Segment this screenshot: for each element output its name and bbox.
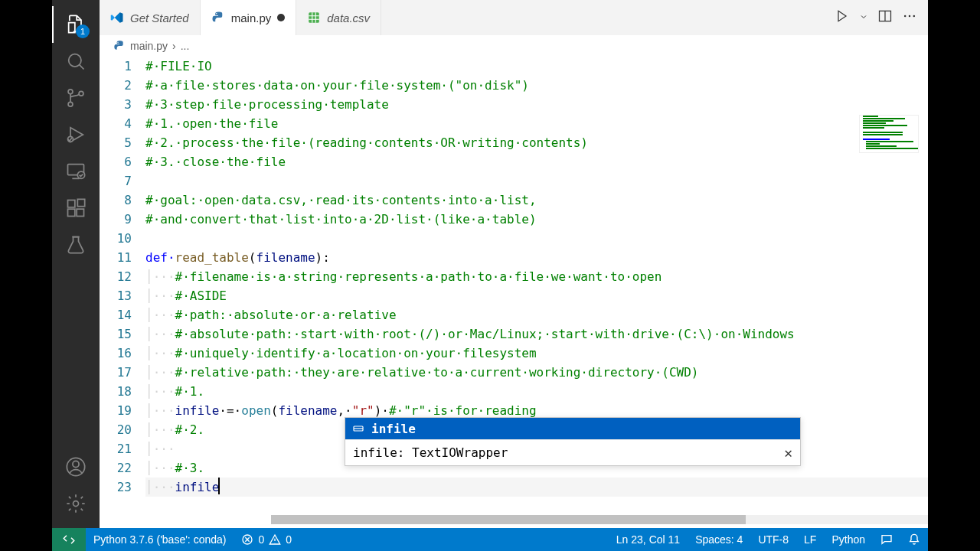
extensions-icon[interactable]: [57, 190, 94, 227]
status-eol[interactable]: LF: [796, 533, 824, 546]
code-line[interactable]: │···#·path:·absolute·or·a·relative: [145, 305, 928, 324]
svg-point-0: [69, 54, 81, 67]
svg-rect-15: [309, 12, 320, 23]
code-line[interactable]: │···#·absolute·path:·start·with·root·(/)…: [145, 324, 928, 344]
testing-icon[interactable]: [57, 227, 94, 263]
tab-get-started[interactable]: Get Started: [100, 0, 201, 35]
explorer-badge: 1: [76, 24, 90, 38]
svg-rect-9: [77, 209, 83, 216]
run-file-icon[interactable]: [835, 8, 850, 27]
breadcrumb-sep: ›: [172, 40, 176, 52]
status-language[interactable]: Python: [824, 533, 873, 546]
vscode-icon: [110, 11, 124, 24]
code-line[interactable]: │···#·relative·path:·they·are·relative·t…: [145, 363, 928, 382]
status-spaces[interactable]: Spaces: 4: [688, 533, 750, 546]
remote-explorer-icon[interactable]: [57, 153, 94, 190]
code-line[interactable]: #·3·step·file·processing·template: [145, 95, 928, 114]
autocomplete-detail: infile: TextIOWrapper ✕: [345, 439, 800, 465]
source-control-icon[interactable]: [57, 80, 94, 116]
svg-rect-10: [77, 199, 84, 206]
code-line[interactable]: │···#·1.: [145, 382, 928, 401]
run-debug-icon[interactable]: [57, 116, 94, 153]
svg-point-20: [117, 42, 118, 43]
svg-point-17: [904, 15, 906, 18]
status-interpreter[interactable]: Python 3.7.6 ('base': conda): [86, 533, 234, 546]
gutter: 1234567891011121314151617181920212223: [100, 57, 145, 528]
status-notifications-icon[interactable]: [900, 533, 928, 546]
minimap[interactable]: [859, 115, 919, 153]
accounts-icon[interactable]: [57, 448, 94, 485]
breadcrumb[interactable]: main.py › ...: [100, 35, 928, 57]
code-line[interactable]: #·and·convert·that·list·into·a·2D·list·(…: [145, 210, 928, 229]
svg-point-1: [68, 90, 73, 94]
more-actions-icon[interactable]: [902, 8, 917, 27]
svg-point-3: [79, 91, 83, 96]
tab-data-csv[interactable]: data.csv: [296, 0, 381, 35]
dirty-indicator: [277, 14, 285, 21]
autocomplete-item[interactable]: infile: [345, 418, 800, 439]
editor-actions: [835, 0, 928, 35]
code-line[interactable]: #·2.·process·the·file·(reading·contents·…: [145, 133, 928, 152]
svg-rect-7: [68, 201, 75, 207]
tab-main-py[interactable]: main.py: [201, 0, 297, 35]
svg-point-14: [216, 13, 217, 15]
autocomplete-popup: infile infile: TextIOWrapper ✕: [345, 417, 801, 466]
code-line[interactable]: #·a·file·stores·data·on·your·file·system…: [145, 76, 928, 95]
run-dropdown-icon[interactable]: [859, 11, 868, 24]
status-cursor[interactable]: Ln 23, Col 11: [609, 533, 688, 546]
svg-point-19: [913, 15, 916, 18]
status-problems[interactable]: 0 0: [234, 533, 299, 546]
breadcrumb-more: ...: [181, 40, 190, 52]
tab-label: data.csv: [327, 11, 370, 24]
horizontal-scrollbar[interactable]: [271, 515, 928, 524]
code-line[interactable]: │···#·filename·is·a·string·represents·a·…: [145, 267, 928, 286]
svg-point-13: [74, 501, 79, 507]
svg-point-18: [909, 15, 911, 18]
code-line[interactable]: │···#·ASIDE: [145, 286, 928, 305]
tab-label: Get Started: [130, 11, 189, 24]
python-icon: [113, 40, 126, 52]
code-line[interactable]: [145, 171, 928, 191]
svg-rect-8: [68, 209, 75, 216]
code-line[interactable]: def·read_table(filename):: [145, 248, 928, 267]
autocomplete-label: infile: [371, 422, 416, 436]
close-icon[interactable]: ✕: [784, 445, 792, 461]
search-icon[interactable]: [57, 43, 94, 80]
scrollbar-thumb[interactable]: [271, 515, 746, 524]
status-bar: Python 3.7.6 ('base': conda) 0 0 Ln 23, …: [52, 528, 928, 551]
code-line[interactable]: #·goal:·open·data.csv,·read·its·contents…: [145, 191, 928, 210]
remote-indicator[interactable]: [52, 528, 86, 551]
code-line[interactable]: #·FILE·IO: [145, 57, 928, 76]
split-editor-icon[interactable]: [877, 8, 893, 27]
code-line[interactable]: [145, 229, 928, 248]
tab-label: main.py: [231, 11, 272, 24]
breadcrumb-file: main.py: [130, 40, 168, 52]
code-line[interactable]: #·3.·close·the·file: [145, 152, 928, 171]
activity-bar: 1: [52, 0, 100, 528]
csv-icon: [307, 11, 321, 24]
svg-point-2: [68, 102, 73, 106]
explorer-icon[interactable]: 1: [57, 6, 94, 43]
svg-point-12: [73, 461, 79, 467]
tab-bar: Get Started main.py data.csv: [100, 0, 928, 35]
settings-icon[interactable]: [57, 485, 94, 522]
code-line[interactable]: │···#·uniquely·identify·a·location·on·yo…: [145, 344, 928, 363]
code-line[interactable]: │···infile: [145, 478, 928, 497]
autocomplete-detail-text: infile: TextIOWrapper: [353, 445, 508, 460]
status-encoding[interactable]: UTF-8: [750, 533, 796, 546]
variable-kind-icon: [351, 422, 365, 435]
code-line[interactable]: #·1.·open·the·file: [145, 114, 928, 133]
status-feedback-icon[interactable]: [873, 533, 900, 546]
python-icon: [211, 11, 225, 24]
editor-main: Get Started main.py data.csv: [100, 0, 928, 528]
